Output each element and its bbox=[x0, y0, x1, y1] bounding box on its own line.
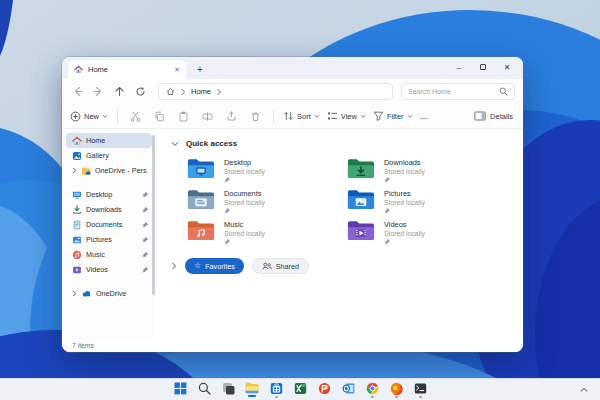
running-indicator-active bbox=[248, 395, 256, 397]
sidebar-item-label: Gallery bbox=[86, 151, 149, 160]
taskbar-search-button[interactable] bbox=[196, 380, 213, 399]
search-icon bbox=[499, 87, 508, 96]
sections-row: ☆ Favorites Shared bbox=[171, 258, 523, 274]
sidebar-item-label: OneDrive bbox=[96, 289, 149, 298]
new-button[interactable]: New bbox=[70, 111, 108, 122]
sidebar-item-music[interactable]: Music bbox=[66, 247, 152, 262]
chevron-right-icon[interactable] bbox=[72, 290, 77, 297]
shared-tab[interactable]: Shared bbox=[252, 258, 309, 274]
chevron-down-icon bbox=[314, 114, 320, 119]
videos-folder-icon bbox=[347, 219, 375, 242]
window-body: Home Gallery OneDrive - Pers Desktop bbox=[62, 129, 523, 339]
navigation-pane: Home Gallery OneDrive - Pers Desktop bbox=[62, 129, 155, 339]
refresh-button[interactable] bbox=[131, 83, 150, 101]
forward-arrow-icon bbox=[94, 88, 100, 96]
sidebar-section-gap bbox=[66, 178, 152, 187]
cut-button[interactable] bbox=[127, 111, 144, 122]
pin-icon bbox=[142, 191, 149, 198]
sort-button[interactable]: Sort bbox=[283, 111, 320, 121]
pin-icon bbox=[142, 236, 149, 243]
sidebar-item-label: Desktop bbox=[86, 190, 138, 199]
back-button[interactable] bbox=[68, 83, 87, 101]
taskbar-chrome-button[interactable] bbox=[364, 380, 381, 399]
sidebar-item-home[interactable]: Home bbox=[66, 133, 152, 148]
sidebar-item-downloads[interactable]: Downloads bbox=[66, 202, 152, 217]
up-arrow-icon bbox=[116, 88, 123, 96]
forward-button[interactable] bbox=[89, 83, 108, 101]
tile-status: Stored locally bbox=[224, 199, 265, 206]
chevron-right-icon[interactable] bbox=[72, 167, 77, 174]
sidebar-item-desktop[interactable]: Desktop bbox=[66, 187, 152, 202]
search-placeholder: Search Home bbox=[408, 88, 499, 95]
share-icon bbox=[226, 111, 237, 122]
file-explorer-window: Home ✕ + – ✕ bbox=[62, 57, 523, 352]
show-hidden-icons-button[interactable] bbox=[580, 387, 588, 393]
home-icon bbox=[72, 136, 82, 146]
tile-documents[interactable]: Documents Stored locally bbox=[187, 188, 347, 214]
sidebar-item-label: Videos bbox=[86, 265, 138, 274]
sidebar-item-onedrive-personal[interactable]: OneDrive - Pers bbox=[66, 163, 152, 178]
up-button[interactable] bbox=[110, 83, 129, 101]
taskbar-file-explorer-button[interactable] bbox=[244, 380, 261, 399]
running-indicator bbox=[275, 396, 278, 398]
taskbar-terminal-button[interactable] bbox=[412, 380, 429, 399]
pin-icon bbox=[142, 206, 149, 213]
pin-icon bbox=[384, 176, 425, 183]
rename-button[interactable] bbox=[199, 111, 216, 122]
chrome-icon bbox=[366, 382, 379, 395]
sidebar-item-videos[interactable]: Videos bbox=[66, 262, 152, 277]
sidebar-item-label: Music bbox=[86, 250, 138, 259]
taskbar-store-button[interactable] bbox=[268, 380, 285, 399]
onedrive-cloud-icon bbox=[81, 289, 92, 298]
more-options-button[interactable]: … bbox=[420, 111, 430, 121]
running-indicator bbox=[395, 396, 398, 398]
paste-button[interactable] bbox=[175, 111, 192, 122]
view-button[interactable]: View bbox=[327, 111, 366, 121]
chevron-down-icon bbox=[102, 114, 108, 119]
tile-videos[interactable]: Videos Stored locally bbox=[347, 219, 507, 245]
outlook-icon bbox=[342, 382, 355, 395]
tab-close-icon[interactable]: ✕ bbox=[174, 66, 180, 74]
tile-pictures[interactable]: Pictures Stored locally bbox=[347, 188, 507, 214]
address-bar[interactable]: Home bbox=[158, 83, 393, 100]
maximize-button[interactable] bbox=[471, 58, 495, 76]
copy-button[interactable] bbox=[151, 111, 168, 122]
quick-access-header[interactable]: Quick access bbox=[171, 139, 523, 148]
close-button[interactable]: ✕ bbox=[495, 58, 519, 76]
taskbar-excel-button[interactable] bbox=[292, 380, 309, 399]
documents-icon bbox=[72, 220, 82, 230]
sidebar-item-gallery[interactable]: Gallery bbox=[66, 148, 152, 163]
desktop-screen: Home ✕ + – ✕ bbox=[0, 0, 600, 400]
pin-icon bbox=[142, 221, 149, 228]
tab-home[interactable]: Home ✕ bbox=[68, 60, 186, 79]
sidebar-item-onedrive[interactable]: OneDrive bbox=[66, 286, 152, 301]
taskbar-powerpoint-button[interactable] bbox=[316, 380, 333, 399]
filter-button[interactable]: Filter bbox=[373, 111, 413, 121]
taskbar-outlook-button[interactable] bbox=[340, 380, 357, 399]
new-tab-button[interactable]: + bbox=[192, 61, 208, 77]
music-folder-icon bbox=[187, 219, 215, 242]
powerpoint-icon bbox=[318, 382, 331, 395]
details-button[interactable]: Details bbox=[474, 111, 513, 121]
task-view-icon bbox=[222, 382, 235, 395]
search-input[interactable]: Search Home bbox=[401, 83, 515, 100]
tile-music[interactable]: Music Stored locally bbox=[187, 219, 347, 245]
details-pane-icon bbox=[474, 111, 486, 121]
sidebar-item-documents[interactable]: Documents bbox=[66, 217, 152, 232]
breadcrumb-home[interactable]: Home bbox=[191, 87, 211, 96]
favorites-tab[interactable]: ☆ Favorites bbox=[185, 258, 244, 274]
pin-icon bbox=[384, 207, 425, 214]
tile-downloads[interactable]: Downloads Stored locally bbox=[347, 157, 507, 183]
taskbar-firefox-button[interactable] bbox=[388, 380, 405, 399]
sidebar-item-pictures[interactable]: Pictures bbox=[66, 232, 152, 247]
task-view-button[interactable] bbox=[220, 380, 237, 399]
start-button[interactable] bbox=[172, 380, 189, 399]
delete-button[interactable] bbox=[247, 111, 264, 122]
chevron-right-icon[interactable] bbox=[171, 262, 177, 270]
tile-desktop[interactable]: Desktop Stored locally bbox=[187, 157, 347, 183]
delete-icon bbox=[250, 111, 261, 122]
tile-status: Stored locally bbox=[384, 230, 425, 237]
downloads-icon bbox=[72, 205, 82, 215]
share-button[interactable] bbox=[223, 111, 240, 122]
minimize-button[interactable]: – bbox=[447, 58, 471, 76]
